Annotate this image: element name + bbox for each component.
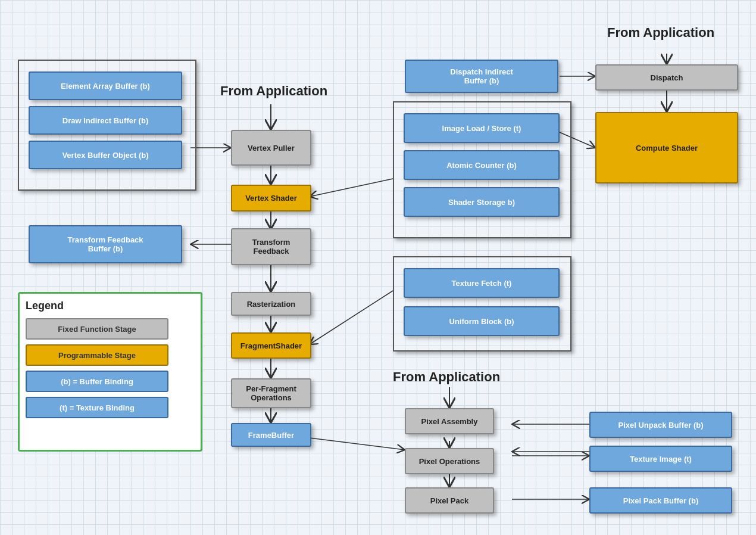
from-app-label-3: From Application: [393, 369, 500, 385]
legend-programmable-box: Programmable Stage: [26, 344, 168, 366]
rasterization-box: Rasterization: [231, 292, 311, 316]
vertex-shader-box: Vertex Shader: [231, 185, 311, 211]
draw-indirect-buffer-box: Draw Indirect Buffer (b): [29, 106, 182, 135]
framebuffer-box: FrameBuffer: [231, 423, 311, 447]
legend-texture-box: (t) = Texture Binding: [26, 397, 168, 418]
svg-line-23: [310, 179, 393, 197]
legend-buffer-box: (b) = Buffer Binding: [26, 371, 168, 392]
texture-image-box: Texture Image (t): [589, 446, 732, 472]
shader-storage-box: Shader Storage b): [404, 187, 560, 217]
legend-item-programmable: Programmable Stage: [26, 344, 195, 366]
dispatch-box: Dispatch: [595, 64, 738, 91]
vertex-buffer-object-box: Vertex Buffer Object (b): [29, 141, 182, 169]
from-app-label-2: From Application: [607, 25, 714, 41]
fragment-shader-box: FragmentShader: [231, 332, 311, 359]
legend-box: Legend Fixed Function Stage Programmable…: [18, 292, 202, 452]
texture-fetch-box: Texture Fetch (t): [404, 268, 560, 298]
from-app-label-1: From Application: [220, 83, 327, 99]
legend-item-buffer: (b) = Buffer Binding: [26, 371, 195, 392]
vertex-puller-box: Vertex Puller: [231, 130, 311, 166]
image-load-store-box: Image Load / Store (t): [404, 113, 560, 143]
per-fragment-ops-box: Per-FragmentOperations: [231, 378, 311, 408]
svg-line-22: [310, 291, 393, 344]
svg-line-10: [310, 438, 405, 450]
legend-fixed-function-box: Fixed Function Stage: [26, 318, 168, 340]
legend-item-texture: (t) = Texture Binding: [26, 397, 195, 418]
transform-feedback-box: TransformFeedback: [231, 228, 311, 265]
legend-item-fixed: Fixed Function Stage: [26, 318, 195, 340]
uniform-block-box: Uniform Block (b): [404, 306, 560, 336]
legend-title: Legend: [26, 300, 195, 312]
transform-feedback-buffer-box: Transform FeedbackBuffer (b): [29, 225, 182, 263]
pixel-pack-box: Pixel Pack: [405, 487, 494, 514]
pixel-operations-box: Pixel Operations: [405, 448, 494, 474]
atomic-counter-box: Atomic Counter (b): [404, 150, 560, 180]
pixel-unpack-buffer-box: Pixel Unpack Buffer (b): [589, 412, 732, 438]
pixel-pack-buffer-box: Pixel Pack Buffer (b): [589, 487, 732, 514]
compute-shader-box: Compute Shader: [595, 112, 738, 183]
pixel-assembly-box: Pixel Assembly: [405, 408, 494, 434]
dispatch-indirect-buffer-box: Dispatch IndirectBuffer (b): [405, 60, 558, 93]
element-array-buffer-box: Element Array Buffer (b): [29, 71, 182, 100]
